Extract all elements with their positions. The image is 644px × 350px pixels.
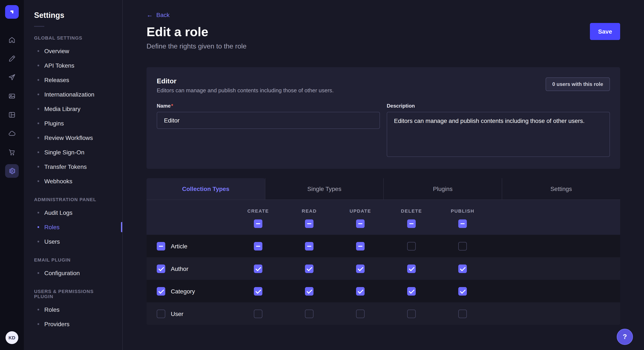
main-nav-icons <box>5 33 19 178</box>
sidebar-item-audit-logs[interactable]: Audit Logs <box>34 205 112 220</box>
user-avatar[interactable]: KD <box>6 331 18 344</box>
main-navigation: KD <box>0 0 24 350</box>
author-delete-checkbox[interactable] <box>407 264 416 273</box>
nav-section-header: GLOBAL SETTINGS <box>34 35 112 40</box>
nav-section-header: ADMINISTRATION PANEL <box>34 197 112 202</box>
description-field[interactable]: Editors can manage and publish contents … <box>387 112 610 157</box>
sidebar-item-transfer-tokens[interactable]: Transfer Tokens <box>34 160 112 174</box>
deploy-button[interactable] <box>5 127 19 140</box>
article-update-checkbox[interactable] <box>356 242 364 250</box>
strapi-logo[interactable] <box>5 5 19 19</box>
permission-cell <box>284 242 335 250</box>
author-create-checkbox[interactable] <box>254 264 262 273</box>
permissions-table-header: CREATEREADUPDATEDELETEPUBLISH <box>146 200 620 235</box>
master-checkbox-cell <box>437 219 488 228</box>
sidebar-item-label: Roles <box>44 224 60 230</box>
permission-cell <box>284 309 335 318</box>
category-delete-checkbox[interactable] <box>407 287 416 295</box>
article-create-checkbox[interactable] <box>254 242 262 250</box>
permission-cell <box>386 309 437 318</box>
tab-single-types[interactable]: Single Types <box>265 178 383 199</box>
sidebar-item-overview[interactable]: Overview <box>34 44 112 58</box>
bullet-icon <box>38 65 39 66</box>
sidebar-item-webhooks[interactable]: Webhooks <box>34 174 112 188</box>
permission-column-labels: CREATEREADUPDATEDELETEPUBLISH <box>146 208 620 213</box>
bullet-icon <box>38 226 39 228</box>
content-manager-button[interactable] <box>5 108 19 122</box>
column-label-create: CREATE <box>232 208 284 213</box>
sidebar-item-users[interactable]: Users <box>34 234 112 249</box>
sidebar-item-label: Review Workflows <box>44 134 93 141</box>
permission-row-user: User <box>146 302 620 325</box>
article-publish-checkbox[interactable] <box>458 242 467 250</box>
permission-row-label-cell: User <box>146 309 232 318</box>
author-update-checkbox[interactable] <box>356 264 364 273</box>
back-arrow-icon: ← <box>146 11 153 18</box>
row-select-checkbox[interactable] <box>157 242 165 250</box>
category-update-checkbox[interactable] <box>356 287 364 295</box>
sidebar-item-single-sign-on[interactable]: Single Sign-On <box>34 145 112 160</box>
permissions-tabs: Collection TypesSingle TypesPluginsSetti… <box>146 178 620 200</box>
sidebar-item-configuration[interactable]: Configuration <box>34 266 112 280</box>
save-button[interactable]: Save <box>590 23 620 40</box>
sidebar-item-label: Transfer Tokens <box>44 163 87 170</box>
sidebar-item-internationalization[interactable]: Internationalization <box>34 87 112 102</box>
releases-button[interactable] <box>5 71 19 84</box>
sidebar-item-providers[interactable]: Providers <box>34 317 112 331</box>
article-read-checkbox[interactable] <box>305 242 314 250</box>
category-read-checkbox[interactable] <box>305 287 314 295</box>
paper-plane-icon <box>8 74 16 81</box>
master-checkbox-spacer <box>146 219 232 228</box>
author-read-checkbox[interactable] <box>305 264 314 273</box>
role-card-header: Editor Editors can manage and publish co… <box>157 77 610 94</box>
back-link[interactable]: ← Back <box>146 11 170 18</box>
category-create-checkbox[interactable] <box>254 287 262 295</box>
sidebar-item-roles[interactable]: Roles <box>34 302 112 317</box>
cart-icon <box>8 149 16 156</box>
sidebar-item-label: Overview <box>44 48 69 54</box>
sidebar-item-label: Roles <box>44 306 60 313</box>
name-field[interactable] <box>157 112 380 129</box>
user-update-checkbox[interactable] <box>356 309 364 318</box>
row-select-checkbox[interactable] <box>157 264 165 273</box>
user-delete-checkbox[interactable] <box>407 309 416 318</box>
tab-plugins[interactable]: Plugins <box>383 178 502 199</box>
help-button[interactable]: ? <box>617 329 633 345</box>
select-all-delete-checkbox[interactable] <box>407 219 416 228</box>
author-publish-checkbox[interactable] <box>458 264 467 273</box>
media-library-button[interactable] <box>5 89 19 103</box>
sidebar-item-plugins[interactable]: Plugins <box>34 116 112 131</box>
user-create-checkbox[interactable] <box>254 309 262 318</box>
user-read-checkbox[interactable] <box>305 309 314 318</box>
permission-cell <box>284 264 335 273</box>
article-delete-checkbox[interactable] <box>407 242 416 250</box>
name-field-group: Name* <box>157 103 380 159</box>
home-button[interactable] <box>5 33 19 47</box>
role-card-subtitle: Editors can manage and publish contents … <box>157 87 334 94</box>
tab-collection-types[interactable]: Collection Types <box>146 178 265 199</box>
row-select-checkbox[interactable] <box>157 287 165 295</box>
select-all-create-checkbox[interactable] <box>254 219 262 228</box>
settings-sidebar-title: Settings <box>34 11 112 20</box>
select-all-update-checkbox[interactable] <box>356 219 364 228</box>
marketplace-button[interactable] <box>5 146 19 159</box>
strapi-logo-icon <box>8 8 16 16</box>
tab-settings[interactable]: Settings <box>502 178 620 199</box>
user-publish-checkbox[interactable] <box>458 309 467 318</box>
content-type-builder-button[interactable] <box>5 52 19 65</box>
sidebar-item-releases[interactable]: Releases <box>34 73 112 87</box>
select-all-publish-checkbox[interactable] <box>458 219 467 228</box>
role-card-titles: Editor Editors can manage and publish co… <box>157 77 334 94</box>
sidebar-item-api-tokens[interactable]: API Tokens <box>34 58 112 73</box>
bullet-icon <box>38 50 39 52</box>
permission-cell <box>232 242 284 250</box>
users-with-role-badge[interactable]: 0 users with this role <box>546 77 610 91</box>
settings-button[interactable] <box>5 164 19 178</box>
category-publish-checkbox[interactable] <box>458 287 467 295</box>
sidebar-item-media-library[interactable]: Media Library <box>34 102 112 116</box>
app-window: KD Settings GLOBAL SETTINGSOverviewAPI T… <box>0 0 644 350</box>
sidebar-item-roles[interactable]: Roles <box>34 220 112 234</box>
sidebar-item-review-workflows[interactable]: Review Workflows <box>34 131 112 145</box>
row-select-checkbox[interactable] <box>157 309 165 318</box>
select-all-read-checkbox[interactable] <box>305 219 314 228</box>
